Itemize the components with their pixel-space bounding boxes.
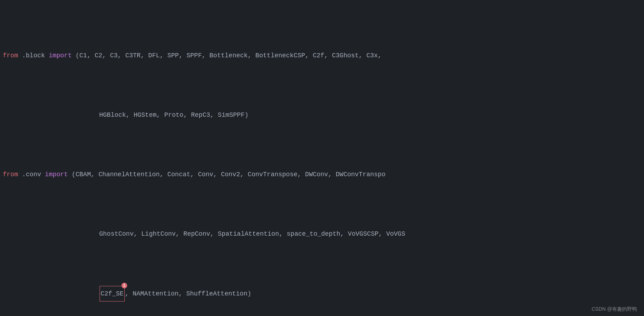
module-conv: .conv xyxy=(18,167,45,182)
imports-2b: GhostConv, LightConv, RepConv, SpatialAt… xyxy=(99,226,405,241)
code-editor: from .block import (C1, C2, C3, C3TR, DF… xyxy=(0,0,644,316)
imports-1b: HGBlock, HGStem, Proto, RepC3, SimSPPF) xyxy=(99,108,248,122)
badge-1: 1 xyxy=(122,283,127,288)
module-block: .block xyxy=(18,48,49,63)
code-line-3: from .conv import (CBAM, ChannelAttentio… xyxy=(0,167,644,182)
code-line-1: from .block import (C1, C2, C3, C3TR, DF… xyxy=(0,48,644,63)
kw-import-2: import xyxy=(45,167,68,182)
code-line-5: C2f_SE1, NAMAttention, ShuffleAttention) xyxy=(0,286,644,301)
kw-import-1: import xyxy=(49,48,72,63)
kw-from-1: from xyxy=(3,48,18,63)
imports-1: (C1, C2, C3, C3TR, DFL, SPP, SPPF, Bottl… xyxy=(72,48,382,63)
code-line-2: HGBlock, HGStem, Proto, RepC3, SimSPPF) xyxy=(0,108,644,122)
code-line-4: GhostConv, LightConv, RepConv, SpatialAt… xyxy=(0,226,644,241)
watermark: CSDN @有趣的野鸭 xyxy=(592,306,637,312)
imports-2c: , NAMAttention, ShuffleAttention) xyxy=(125,286,251,301)
highlight-c2f-se-1: C2f_SE1 xyxy=(100,286,125,301)
kw-from-2: from xyxy=(3,167,18,182)
imports-2: (CBAM, ChannelAttention, Concat, Conv, C… xyxy=(68,167,386,182)
